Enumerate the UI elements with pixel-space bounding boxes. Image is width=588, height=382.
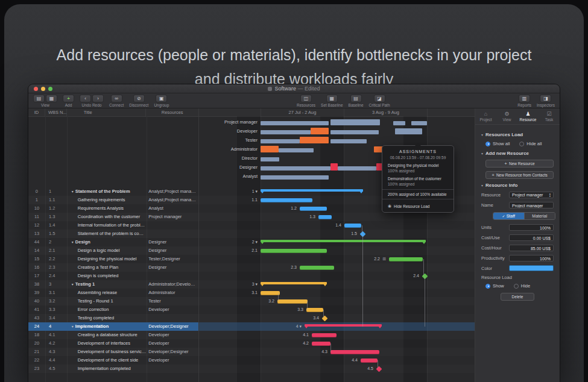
load-bar-segment[interactable]: [279, 148, 314, 152]
critical-path-button[interactable]: ◪: [374, 95, 385, 102]
load-bar-segment[interactable]: [411, 121, 427, 125]
column-header-resources[interactable]: Resources: [146, 108, 198, 116]
load-bar-segment[interactable]: [261, 175, 329, 180]
field-productivity[interactable]: 100%: [509, 255, 554, 261]
table-row[interactable]: 204.2Development of interfacesDeveloper: [28, 339, 198, 348]
undo-button[interactable]: ‹: [80, 95, 91, 102]
table-row[interactable]: 101.2Requirements AnalysisAnalyst: [28, 204, 198, 213]
table-row[interactable]: 152.2Designing the physical modelTester;…: [28, 255, 198, 263]
table-row[interactable]: 383▾Testing 1Administrator;Developer;...: [28, 280, 198, 289]
field-units[interactable]: 100%: [509, 224, 554, 231]
ungroup-button[interactable]: ▣: [156, 95, 167, 102]
view-table-button[interactable]: ▤: [33, 95, 45, 102]
load-bar-segment[interactable]: [261, 139, 300, 143]
column-header-wbs[interactable]: WBS N...: [45, 108, 67, 116]
summary-bar[interactable]: [261, 240, 426, 242]
table-row[interactable]: 111.3Coordination with the customerProje…: [28, 213, 198, 221]
table-row[interactable]: 224.4Development of the client sideDevel…: [28, 356, 198, 365]
table-row[interactable]: 131.5Statement of the problem is complet…: [28, 230, 198, 238]
load-bar-segment[interactable]: [338, 166, 376, 171]
name-input[interactable]: Project manager: [509, 202, 554, 208]
disclosure-triangle-icon[interactable]: ▾: [72, 240, 74, 244]
set-baseline-button[interactable]: ▦: [326, 95, 338, 102]
section-resource-info[interactable]: ▾ Resource Info: [481, 183, 554, 188]
add-task-button[interactable]: +: [63, 95, 74, 102]
column-header-title[interactable]: Title: [67, 108, 147, 116]
table-row[interactable]: 413.3Error correctionDeveloper: [28, 305, 198, 314]
table-row[interactable]: 172.4Design is completed: [28, 272, 198, 280]
add-new-resource-button[interactable]: +New Resource: [485, 160, 554, 168]
task-bar[interactable]: [318, 215, 332, 219]
field-cost-use[interactable]: 0.00 US$: [509, 234, 554, 241]
load-bar-segment[interactable]: [261, 146, 279, 152]
radio-resource-load-show[interactable]: Show: [485, 283, 504, 289]
load-bar-segment[interactable]: [300, 137, 329, 143]
task-bar[interactable]: [312, 333, 337, 337]
resources-button[interactable]: ◫: [300, 95, 312, 102]
field-cost-hour[interactable]: 85.00 US$: [509, 245, 554, 251]
task-bar[interactable]: [389, 257, 423, 261]
table-row[interactable]: 142.1Design a logic modelDesigner: [28, 246, 198, 255]
task-bar[interactable]: [344, 224, 361, 228]
table-row[interactable]: 121.4Internal formulation of the problem…: [28, 221, 198, 230]
redo-button[interactable]: ›: [92, 95, 104, 102]
table-row[interactable]: 11.1Gathering requirementsAnalyst;Projec…: [28, 196, 198, 204]
segment-staff[interactable]: ✓Staff: [493, 213, 524, 219]
load-bar-segment[interactable]: [393, 121, 405, 125]
task-bar[interactable]: [306, 308, 323, 312]
task-bar[interactable]: [300, 266, 334, 270]
reports-button[interactable]: ▥: [519, 95, 530, 102]
column-header-id[interactable]: ID: [28, 108, 45, 116]
delete-button[interactable]: Delete: [501, 293, 534, 301]
task-bar[interactable]: [261, 249, 327, 253]
tab-view[interactable]: ⚙View: [496, 108, 517, 124]
inspectors-button[interactable]: ◨: [540, 95, 551, 102]
tab-resource[interactable]: ♟Resource: [517, 108, 539, 124]
table-row[interactable]: 403.2Testing - Round 1Tester: [28, 297, 198, 305]
tab-task[interactable]: ☑Task: [539, 108, 560, 124]
summary-bar[interactable]: [305, 324, 382, 327]
table-row[interactable]: 214.3Development of business servicesDev…: [28, 348, 198, 356]
load-bar-segment[interactable]: [330, 119, 380, 125]
resource-select[interactable]: Project manager ▴▾: [509, 192, 554, 198]
load-bar-segment[interactable]: [395, 128, 422, 134]
table-row[interactable]: 162.3Creating a Test PlanDesigner: [28, 263, 198, 272]
view-gantt-button[interactable]: ▦: [46, 95, 57, 102]
task-bar[interactable]: [361, 359, 378, 363]
radio-resources-load-hide-all[interactable]: Hide all: [519, 141, 542, 146]
disclosure-triangle-icon[interactable]: ▾: [72, 283, 74, 286]
section-resources-load[interactable]: ▾ Resources Load: [481, 132, 554, 137]
task-bar[interactable]: [261, 291, 280, 295]
disclosure-triangle-icon[interactable]: ▾: [72, 325, 74, 328]
color-well[interactable]: [509, 265, 554, 271]
load-bar-segment[interactable]: [261, 157, 279, 161]
table-row[interactable]: 244▾ImplementationDeveloper;Designer: [28, 322, 198, 331]
table-row[interactable]: 442▾DesignDesigner: [28, 238, 198, 246]
load-bar-segment[interactable]: [330, 163, 338, 171]
disclosure-triangle-icon[interactable]: ▾: [72, 190, 74, 193]
task-bar[interactable]: [312, 342, 330, 346]
segment-material[interactable]: Material: [524, 213, 555, 219]
table-row[interactable]: 234.5Implementation completed: [28, 365, 198, 373]
radio-resources-load-show-all[interactable]: Show all: [485, 141, 510, 146]
load-bar-segment[interactable]: [330, 130, 379, 134]
load-bar-segment[interactable]: [261, 121, 329, 125]
load-bar-segment[interactable]: [261, 130, 311, 134]
radio-resource-load-hide[interactable]: Hide: [514, 283, 530, 289]
table-row[interactable]: 184.1Creating a database structureDevelo…: [28, 331, 198, 339]
table-row[interactable]: 01▾Statement of the ProblemAnalyst;Proje…: [28, 187, 198, 196]
summary-bar[interactable]: [261, 282, 327, 284]
baseline-button[interactable]: ▤: [350, 95, 362, 102]
connect-button[interactable]: ∞: [111, 95, 122, 102]
task-bar[interactable]: [330, 350, 379, 354]
load-bar-segment[interactable]: [261, 166, 330, 171]
hide-resource-load-button[interactable]: ◉ Hide Resource Load: [382, 201, 454, 212]
load-bar-segment[interactable]: [330, 139, 367, 143]
tab-project[interactable]: ⌂Project: [475, 108, 496, 124]
load-bar-segment[interactable]: [311, 128, 329, 134]
add-new-resource-from-contacts-button[interactable]: +New Resource from Contacts: [485, 171, 554, 179]
summary-bar[interactable]: [261, 189, 363, 192]
disconnect-button[interactable]: ⊘: [133, 95, 145, 102]
table-row[interactable]: 433.4Testing completed: [28, 314, 198, 322]
section-add-new-resource[interactable]: ▾ Add new Resource: [481, 151, 554, 156]
